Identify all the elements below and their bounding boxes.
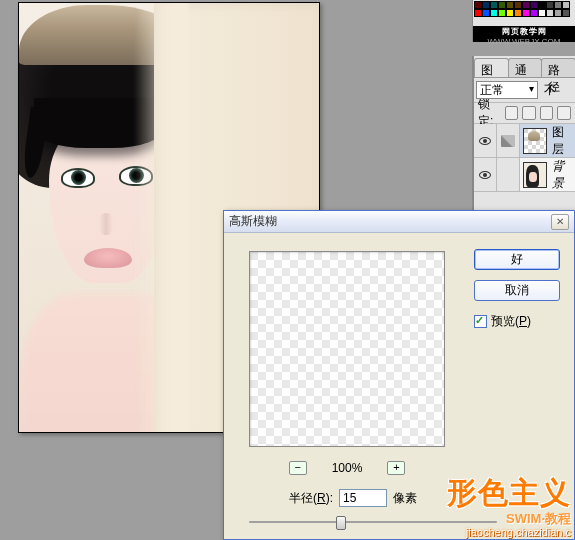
lock-all-icon[interactable] <box>557 106 571 120</box>
blend-mode-select[interactable]: 正常 <box>476 81 538 99</box>
layer-thumbnail[interactable] <box>523 128 548 154</box>
gaussian-blur-dialog: 高斯模糊 ✕ − 100% + 半径(R): 像素 好 取消 预览(P) <box>223 210 575 540</box>
radius-unit: 像素 <box>393 490 417 507</box>
layer-name: 图层 <box>550 124 575 158</box>
swatch[interactable] <box>498 1 506 9</box>
tab-channels[interactable]: 通道 <box>508 58 543 77</box>
layers-panel: 图层 通道 路径 正常 不 锁定: 图层 背景 <box>473 56 575 216</box>
lock-position-icon[interactable] <box>540 106 554 120</box>
swatch[interactable] <box>498 9 506 17</box>
swatch[interactable] <box>506 1 514 9</box>
brand-banner: 网页教学网 WWW.WEBJX.COM <box>473 26 575 42</box>
swatch[interactable] <box>562 1 570 9</box>
swatch[interactable] <box>474 9 482 17</box>
swatch[interactable] <box>530 1 538 9</box>
cancel-button[interactable]: 取消 <box>474 280 560 301</box>
swatch[interactable] <box>562 9 570 17</box>
zoom-value: 100% <box>332 461 363 475</box>
zoom-out-button[interactable]: − <box>289 461 307 475</box>
swatch[interactable] <box>490 1 498 9</box>
swatch[interactable] <box>514 1 522 9</box>
brand-url: WWW.WEBJX.COM <box>488 37 561 46</box>
swatches-panel: 网页教学网 WWW.WEBJX.COM <box>473 0 575 42</box>
slider-thumb[interactable] <box>336 516 346 530</box>
swatch[interactable] <box>506 9 514 17</box>
swatch[interactable] <box>514 9 522 17</box>
eye-icon <box>479 171 491 179</box>
swatch[interactable] <box>538 9 546 17</box>
layer-visibility-toggle[interactable] <box>474 158 497 191</box>
swatch[interactable] <box>490 9 498 17</box>
eye-icon <box>479 137 491 145</box>
close-button[interactable]: ✕ <box>551 214 569 230</box>
swatch[interactable] <box>482 9 490 17</box>
dialog-titlebar[interactable]: 高斯模糊 ✕ <box>224 211 574 233</box>
opacity-label: 不 <box>544 82 556 99</box>
zoom-in-button[interactable]: + <box>387 461 405 475</box>
swatch[interactable] <box>554 9 562 17</box>
swatch[interactable] <box>522 1 530 9</box>
swatch[interactable] <box>546 9 554 17</box>
radius-label: 半径(R): <box>289 490 333 507</box>
ok-button[interactable]: 好 <box>474 249 560 270</box>
swatch[interactable] <box>530 9 538 17</box>
close-icon: ✕ <box>556 216 564 227</box>
layer-name: 背景 <box>550 158 575 192</box>
swatch[interactable] <box>546 1 554 9</box>
lock-transparency-icon[interactable] <box>505 106 519 120</box>
radius-slider[interactable] <box>249 515 497 531</box>
layer-thumbnail[interactable] <box>523 162 548 188</box>
layer-row[interactable]: 图层 <box>474 124 575 158</box>
brush-icon <box>501 135 515 147</box>
swatch[interactable] <box>474 1 482 9</box>
swatch[interactable] <box>522 9 530 17</box>
tab-paths[interactable]: 路径 <box>541 58 575 77</box>
dialog-title: 高斯模糊 <box>229 213 277 230</box>
layer-row[interactable]: 背景 <box>474 158 575 192</box>
swatch[interactable] <box>538 1 546 9</box>
radius-input[interactable] <box>339 489 387 507</box>
tab-layers[interactable]: 图层 <box>474 58 509 77</box>
brand-title: 网页教学网 <box>473 27 575 37</box>
lock-paint-icon[interactable] <box>522 106 536 120</box>
swatch[interactable] <box>554 1 562 9</box>
preview-checkbox-label: 预览(P) <box>491 313 531 330</box>
preview-checkbox-row[interactable]: 预览(P) <box>474 313 560 330</box>
filter-preview[interactable] <box>249 251 445 447</box>
preview-checkbox[interactable] <box>474 315 487 328</box>
swatch[interactable] <box>482 1 490 9</box>
layer-visibility-toggle[interactable] <box>474 124 497 157</box>
